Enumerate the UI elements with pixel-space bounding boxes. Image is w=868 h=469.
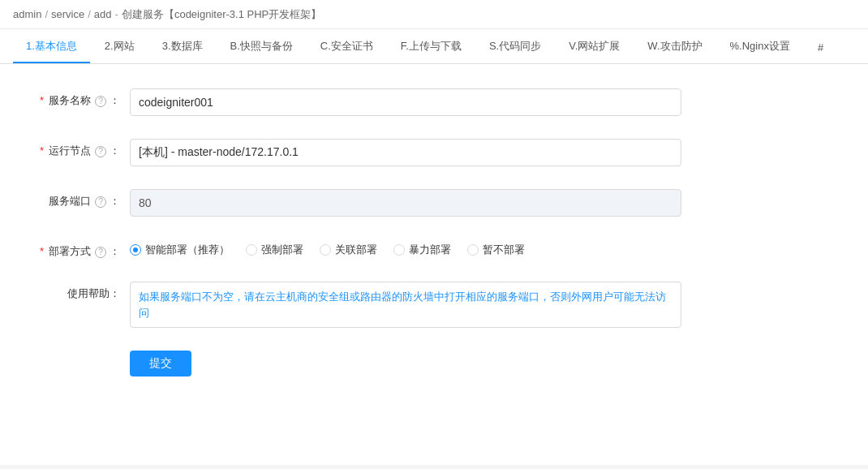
deploy-row: * 部署方式 ? ： 智能部署（推荐） 强制部署 关联部署: [32, 239, 836, 259]
run-node-control: [130, 139, 681, 166]
port-row: 服务端口 ? ：: [32, 189, 836, 217]
tab-nginx[interactable]: %.Nginx设置: [717, 29, 803, 63]
deploy-option-assoc[interactable]: 关联部署: [320, 243, 377, 257]
run-node-label-text: 运行节点: [49, 144, 91, 157]
help-row: 使用帮助： 如果服务端口不为空，请在云主机商的安全组或路由器的防火墙中打开相应的…: [32, 282, 836, 328]
run-node-row: * 运行节点 ? ：: [32, 139, 836, 166]
service-name-control: [130, 88, 681, 116]
deploy-option-assoc-label: 关联部署: [335, 243, 377, 257]
service-name-label-text: 服务名称: [49, 94, 91, 106]
deploy-radio-force[interactable]: [246, 244, 257, 256]
port-control: [130, 189, 681, 217]
deploy-option-smart-label: 智能部署（推荐）: [145, 243, 230, 257]
required-mark: *: [40, 94, 44, 106]
help-control: 如果服务端口不为空，请在云主机商的安全组或路由器的防火墙中打开相应的服务端口，否…: [130, 282, 681, 328]
deploy-radio-group: 智能部署（推荐） 强制部署 关联部署 暴力部署 暂不部署: [130, 239, 681, 257]
deploy-radio-skip[interactable]: [467, 244, 479, 256]
service-name-colon: ：: [110, 94, 120, 106]
run-node-label: * 运行节点 ? ：: [32, 139, 130, 158]
tab-upload[interactable]: F.上传与下载: [388, 29, 475, 63]
deploy-control: 智能部署（推荐） 强制部署 关联部署 暴力部署 暂不部署: [130, 239, 681, 257]
deploy-label: * 部署方式 ? ：: [32, 239, 130, 259]
deploy-radio-brute[interactable]: [393, 244, 405, 256]
service-name-row: * 服务名称 ? ：: [32, 88, 836, 116]
deploy-option-smart[interactable]: 智能部署（推荐）: [130, 243, 230, 257]
run-node-help-icon[interactable]: ?: [95, 146, 106, 157]
port-help-icon[interactable]: ?: [95, 196, 106, 208]
port-label-text: 服务端口: [49, 195, 91, 207]
deploy-option-force-label: 强制部署: [261, 243, 303, 257]
service-name-label: * 服务名称 ? ：: [32, 88, 130, 108]
breadcrumb: admin / service / add - 创建服务【codeigniter…: [0, 0, 868, 29]
run-node-colon: ：: [110, 144, 120, 157]
deploy-label-text: 部署方式: [49, 245, 91, 257]
deploy-radio-smart[interactable]: [130, 244, 141, 256]
tab-hash[interactable]: #: [805, 32, 836, 63]
tab-code-sync[interactable]: S.代码同步: [476, 29, 554, 63]
breadcrumb-title: 创建服务【codeigniter-3.1 PHP开发框架】: [122, 7, 321, 22]
breadcrumb-title-sep: -: [115, 8, 118, 20]
deploy-option-brute[interactable]: 暴力部署: [393, 243, 451, 257]
tab-backup[interactable]: B.快照与备份: [217, 29, 306, 63]
breadcrumb-sep-2: /: [88, 8, 91, 20]
tab-basic-info[interactable]: 1.基本信息: [13, 29, 90, 63]
port-colon: ：: [110, 195, 120, 207]
breadcrumb-sep-1: /: [45, 8, 48, 20]
tab-extend[interactable]: V.网站扩展: [556, 29, 633, 63]
deploy-option-skip[interactable]: 暂不部署: [467, 243, 525, 257]
help-label-text: 使用帮助：: [67, 287, 120, 299]
breadcrumb-service[interactable]: service: [51, 8, 84, 20]
breadcrumb-add[interactable]: add: [94, 8, 112, 20]
port-label: 服务端口 ? ：: [32, 189, 130, 209]
tab-ssl[interactable]: C.安全证书: [307, 29, 386, 63]
deploy-colon: ：: [110, 245, 120, 257]
tab-database[interactable]: 3.数据库: [149, 29, 216, 63]
deploy-option-brute-label: 暴力部署: [409, 243, 451, 257]
service-name-input[interactable]: [130, 88, 681, 116]
help-text-box: 如果服务端口不为空，请在云主机商的安全组或路由器的防火墙中打开相应的服务端口，否…: [130, 282, 681, 328]
tab-attack[interactable]: W.攻击防护: [634, 29, 715, 63]
deploy-option-skip-label: 暂不部署: [483, 243, 525, 257]
submit-button[interactable]: 提交: [130, 351, 191, 376]
deploy-radio-assoc[interactable]: [320, 244, 331, 256]
required-mark-3: *: [40, 245, 44, 257]
tabs-bar: 1.基本信息 2.网站 3.数据库 B.快照与备份 C.安全证书 F.上传与下载…: [0, 29, 868, 64]
required-mark-2: *: [40, 144, 44, 157]
deploy-option-force[interactable]: 强制部署: [246, 243, 303, 257]
deploy-help-icon[interactable]: ?: [95, 247, 106, 258]
run-node-input[interactable]: [130, 139, 681, 166]
tab-website[interactable]: 2.网站: [92, 29, 148, 63]
main-content: * 服务名称 ? ： * 运行节点 ? ： 服务端口 ? ：: [0, 64, 868, 465]
port-input[interactable]: [130, 189, 681, 217]
submit-row: 提交: [32, 351, 836, 376]
breadcrumb-admin[interactable]: admin: [13, 8, 41, 20]
service-name-help-icon[interactable]: ?: [95, 96, 106, 107]
help-label: 使用帮助：: [32, 282, 130, 301]
